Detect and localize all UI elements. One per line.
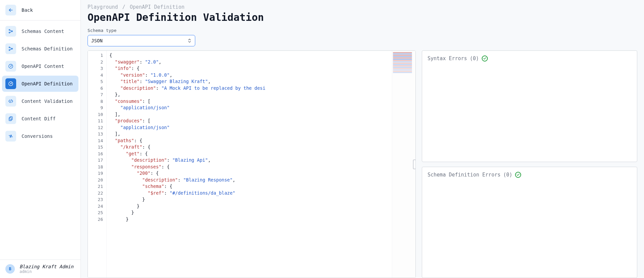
- check-circle-icon: [515, 172, 521, 178]
- minimap[interactable]: [392, 51, 415, 278]
- arrow-left-icon: [5, 5, 16, 15]
- nav-list: Schemas ContentSchemas DefinitionOpenAPI…: [0, 21, 80, 147]
- sidebar-item-label: Schemas Definition: [22, 46, 73, 51]
- user-role: admin: [20, 269, 73, 274]
- user-name: Blazing Kraft Admin: [20, 264, 73, 269]
- sidebar-item-openapi-definition[interactable]: OpenAPI Definition: [2, 76, 78, 92]
- code-editor[interactable]: 1234567891011121314151617181920212223242…: [88, 50, 416, 278]
- schema-type-value: JSON: [91, 38, 188, 43]
- gauge-icon: [5, 61, 16, 72]
- schema-type-select[interactable]: JSON: [88, 35, 195, 46]
- swap-icon: [5, 131, 16, 142]
- errors-pane: Syntax Errors (0) Schema Definition Erro…: [422, 50, 637, 278]
- schema-errors-title: Schema Definition Errors: [428, 172, 501, 178]
- sidebar-item-label: Content Diff: [22, 116, 56, 121]
- svg-rect-12: [10, 117, 12, 120]
- sidebar-item-schemas-definition[interactable]: Schemas Definition: [2, 41, 78, 57]
- schema-errors-card: Schema Definition Errors (0): [422, 167, 637, 278]
- breadcrumb-parent[interactable]: Playground: [88, 4, 118, 10]
- check-circle-icon: [482, 55, 488, 62]
- back-label: Back: [22, 7, 33, 13]
- code-icon: [5, 96, 16, 107]
- syntax-errors-count: (0): [470, 55, 479, 62]
- syntax-errors-title: Syntax Errors: [428, 55, 467, 62]
- svg-rect-13: [9, 118, 11, 121]
- schema-type-label: Schema type: [88, 28, 637, 33]
- page-title: OpenAPI Definition Validation: [88, 11, 637, 23]
- sidebar-item-label: OpenAPI Content: [22, 64, 64, 69]
- breadcrumb-sep: /: [122, 4, 125, 10]
- schema-errors-count: (0): [503, 172, 512, 178]
- sidebar-item-label: OpenAPI Definition: [22, 81, 73, 86]
- resize-handle[interactable]: [413, 160, 416, 169]
- breadcrumb-current: OpenAPI Definition: [130, 4, 184, 10]
- syntax-errors-card: Syntax Errors (0): [422, 50, 637, 162]
- sidebar-item-label: Schemas Content: [22, 29, 64, 34]
- breadcrumb: Playground / OpenAPI Definition: [88, 4, 637, 10]
- user-footer[interactable]: B Blazing Kraft Admin admin: [0, 260, 80, 278]
- svg-point-8: [10, 66, 11, 67]
- sidebar-item-content-validation[interactable]: Content Validation: [2, 93, 78, 109]
- main: Playground / OpenAPI Definition OpenAPI …: [81, 0, 644, 278]
- sidebar-item-label: Conversions: [22, 133, 53, 139]
- sidebar-item-openapi-content[interactable]: OpenAPI Content: [2, 58, 78, 74]
- svg-point-10: [10, 83, 11, 84]
- sidebar-item-content-diff[interactable]: Content Diff: [2, 111, 78, 127]
- line-gutter: 1234567891011121314151617181920212223242…: [88, 51, 107, 278]
- nodes-icon: [5, 26, 16, 37]
- sidebar-item-schemas-content[interactable]: Schemas Content: [2, 23, 78, 39]
- code-area[interactable]: { "swagger": "2.0", "info": { "version":…: [107, 51, 392, 278]
- sidebar: Back Schemas ContentSchemas DefinitionOp…: [0, 0, 81, 278]
- sidebar-item-label: Content Validation: [22, 98, 73, 104]
- copy-doc-icon: [5, 113, 16, 124]
- sidebar-item-conversions[interactable]: Conversions: [2, 128, 78, 144]
- svg-line-11: [10, 100, 11, 103]
- gauge-icon: [5, 78, 16, 89]
- avatar: B: [5, 264, 15, 274]
- back-button[interactable]: Back: [0, 0, 80, 21]
- chevron-updown-icon: [188, 38, 192, 43]
- nodes-icon: [5, 43, 16, 54]
